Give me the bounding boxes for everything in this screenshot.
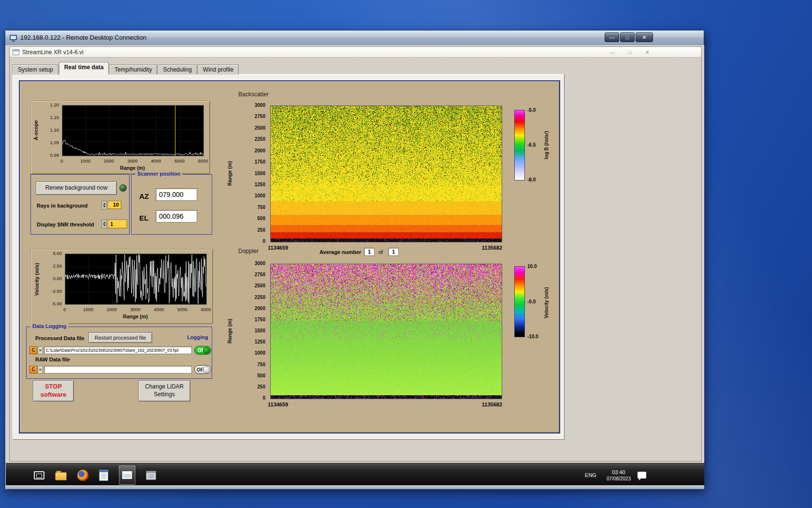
app-minimize-button[interactable]: — [607, 49, 618, 55]
settings-label-line1: Change LiDAR [145, 383, 184, 391]
tab-system-setup[interactable]: System setup [13, 64, 58, 75]
colorbar-tick-mid: -6.5 [527, 142, 536, 148]
raw-browse-icon[interactable] [38, 366, 43, 374]
clock-time: 03:40 [612, 469, 625, 476]
processed-data-file-label: Processed Data file [35, 335, 85, 341]
notepad-icon[interactable] [99, 470, 108, 481]
streamline-app-taskbar-button[interactable] [119, 465, 135, 485]
a-scope-y-ticks: 1.201.151.101.050.99 [41, 105, 60, 155]
rdp-window-controls: — □ ✕ [605, 32, 653, 42]
background-controls-group: Renew background now Rays in background … [30, 174, 130, 235]
tab-real-time-data[interactable]: Real time data [59, 62, 109, 75]
of-label: of [378, 249, 383, 255]
streamline-app-window: StreamLine XR v14-6.vi — □ ✕ System setu… [9, 46, 702, 462]
a-scope-x-axis-label: Range (m) [62, 165, 203, 171]
y-tick-label: 1000 [255, 193, 265, 199]
processed-logging-toggle[interactable]: ON [194, 346, 211, 355]
velocity-plot-area[interactable] [65, 254, 207, 305]
raw-logging-toggle[interactable]: OFF [194, 365, 211, 374]
x-tick-label: 3000 [127, 158, 137, 164]
el-label: EL [139, 214, 148, 222]
settings-label-line2: Settings [154, 391, 174, 399]
file-explorer-icon[interactable] [55, 472, 67, 480]
colorbar-tick-min: -8.0 [527, 177, 536, 183]
rays-in-background-label: Rays in background [37, 203, 87, 209]
language-indicator[interactable]: ENG [581, 470, 600, 480]
average-total-field[interactable]: 1 [388, 248, 399, 256]
y-tick-label: 1.15 [50, 115, 59, 120]
app-restore-button[interactable]: □ [624, 49, 636, 55]
y-tick-label: 1750 [255, 159, 265, 165]
backscatter-title: Backscatter [238, 91, 269, 98]
tab-scheduling[interactable]: Scheduling [158, 64, 197, 75]
y-tick-label: 3000 [255, 103, 265, 108]
taskbar-clock[interactable]: 03:40 07/08/2023 [607, 469, 631, 482]
rdp-maximize-button[interactable]: □ [620, 32, 635, 42]
snr-spinner[interactable] [102, 220, 107, 228]
x-tick-label: 2000 [104, 158, 114, 164]
el-value-field[interactable]: 000.096 [156, 210, 197, 223]
stop-label-line2: software [41, 391, 66, 399]
y-tick-label: 1750 [255, 317, 265, 323]
rays-spinner[interactable] [102, 201, 107, 209]
lv-front-panel: A-scope 1.201.151.101.050.99 01000200030… [19, 80, 560, 433]
restart-processed-file-button[interactable]: Restart processed file [88, 332, 152, 343]
y-tick-label: 2750 [255, 272, 265, 278]
processed-browse-icon[interactable] [38, 346, 43, 354]
backscatter-y-axis-label: Range (m) [227, 105, 233, 241]
rays-value: 10 [113, 202, 119, 208]
velocity-y-ticks: 5.002.500.00-2.50-5.00 [43, 254, 63, 304]
y-tick-label: 2500 [255, 283, 265, 289]
rdp-close-button[interactable]: ✕ [636, 32, 653, 42]
backscatter-colorbar [514, 110, 525, 180]
y-tick-label: 0 [262, 395, 265, 401]
velocity-y-axis-label: Velocity (m/s) [34, 254, 41, 305]
velocity-x-ticks: 0100020003000400050006000 [65, 307, 206, 312]
doppler-plot-area[interactable] [270, 264, 502, 399]
app-close-button[interactable]: ✕ [641, 49, 653, 56]
average-number-field[interactable]: 1 [364, 248, 375, 256]
snr-value-field[interactable]: 1 [108, 220, 127, 228]
x-tick-label: 5000 [177, 307, 188, 312]
doppler-x-end: 1135682 [482, 402, 502, 407]
processed-toggle-state: ON [198, 348, 205, 353]
scanner-position-group: Scanner position AZ 079.000 EL 000.096 [131, 174, 212, 235]
renew-status-led [119, 184, 127, 192]
rdp-window-title: 192.168.0.122 - Remote Desktop Connectio… [20, 34, 146, 41]
streamline-app-icon [122, 471, 132, 479]
raw-drive-selector[interactable]: C [29, 366, 37, 374]
stop-software-button[interactable]: STOP software [33, 380, 74, 402]
firefox-icon[interactable] [77, 470, 88, 481]
change-lidar-settings-button[interactable]: Change LiDAR Settings [138, 380, 190, 402]
rdp-minimize-button[interactable]: — [605, 32, 619, 42]
doppler-colorbar [514, 266, 525, 337]
a-scope-plot-area[interactable] [62, 105, 204, 156]
x-tick-label: 5000 [174, 158, 185, 164]
y-tick-label: 1250 [255, 182, 265, 188]
x-tick-label: 6000 [201, 307, 211, 312]
processed-path-field[interactable]: C:\Lidar\Data\Proc\2023\202308\20230807\… [44, 346, 192, 354]
renew-background-button[interactable]: Renew background now [36, 181, 117, 195]
app-window-title: StreamLine XR v14-6.vi [22, 49, 84, 56]
az-value-field[interactable]: 079.000 [156, 188, 197, 201]
notification-center-icon[interactable] [638, 472, 646, 478]
tab-wind-profile[interactable]: Wind profile [198, 64, 239, 75]
doppler-x-start: 1134659 [268, 402, 288, 407]
colorbar-tick-max: 10.0 [527, 264, 536, 269]
tab-temp-humidity[interactable]: Temp/humidity [109, 64, 157, 75]
raw-path-field[interactable] [44, 366, 192, 374]
y-tick-label: 1250 [255, 339, 265, 345]
processed-drive-selector[interactable]: C [29, 346, 37, 354]
app-titlebar[interactable]: StreamLine XR v14-6.vi [10, 47, 701, 58]
rays-value-field[interactable]: 10 [108, 201, 121, 209]
drive-letter: C [31, 367, 35, 372]
backscatter-colorbar-label: log B (/m/sr) [544, 111, 551, 179]
scan-scheduler-icon[interactable] [146, 471, 156, 480]
rdp-titlebar[interactable]: 192.168.0.122 - Remote Desktop Connectio… [5, 30, 704, 45]
task-view-icon[interactable] [34, 471, 44, 479]
backscatter-y-ticks: 3000275025002250200017501500125010007505… [241, 105, 266, 241]
backscatter-plot-area[interactable] [270, 105, 502, 242]
stop-label-line1: STOP [45, 383, 62, 391]
az-label: AZ [139, 192, 149, 200]
x-tick-label: 1000 [80, 158, 90, 164]
